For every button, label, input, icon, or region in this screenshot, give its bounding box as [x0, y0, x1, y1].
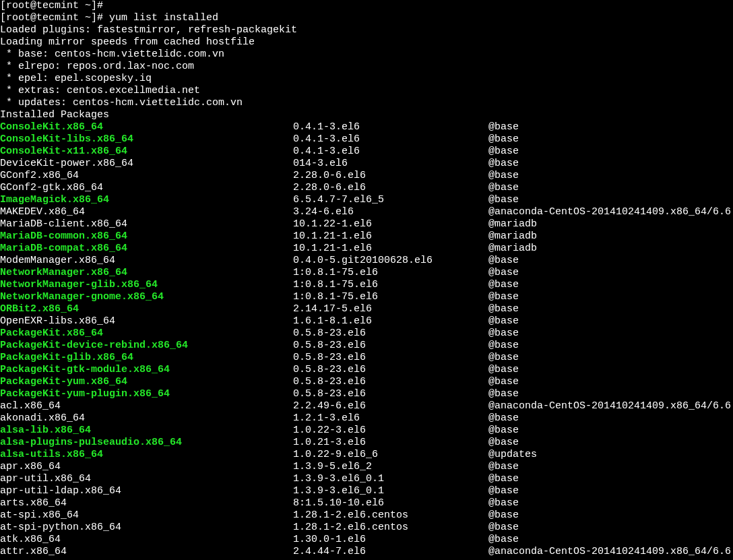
prompt-command: [root@tecmint ~]# yum list installed — [0, 12, 733, 24]
package-name: NetworkManager-glib.x86_64 — [0, 279, 293, 291]
package-version: 8:1.5.10-10.el6 — [293, 497, 488, 509]
package-version: 1.0.21-3.el6 — [293, 437, 488, 449]
package-name: ImageMagick.x86_64 — [0, 194, 293, 206]
package-name: NetworkManager.x86_64 — [0, 267, 293, 279]
package-name: ConsoleKit.x86_64 — [0, 121, 293, 133]
package-version: 1.28.1-2.el6.centos — [293, 522, 488, 534]
package-row: acl.x86_642.2.49-6.el6@anaconda-CentOS-2… — [0, 400, 733, 412]
package-row: MAKEDEV.x86_643.24-6.el6@anaconda-CentOS… — [0, 206, 733, 218]
package-row: alsa-lib.x86_641.0.22-3.el6@base — [0, 425, 733, 437]
package-row: ORBit2.x86_642.14.17-5.el6@base — [0, 303, 733, 315]
package-repo: @base — [488, 315, 519, 328]
package-name: OpenEXR-libs.x86_64 — [0, 315, 293, 328]
package-version: 1.0.22-9.el6_6 — [293, 449, 488, 461]
package-name: GConf2-gtk.x86_64 — [0, 182, 293, 194]
package-row: alsa-plugins-pulseaudio.x86_641.0.21-3.e… — [0, 437, 733, 449]
package-row: ConsoleKit-x11.x86_640.4.1-3.el6@base — [0, 146, 733, 158]
package-row: MariaDB-compat.x86_6410.1.21-1.el6@maria… — [0, 243, 733, 255]
package-repo: @base — [488, 267, 519, 279]
package-repo: @base — [488, 303, 519, 315]
package-version: 2.2.49-6.el6 — [293, 400, 488, 412]
package-name: MariaDB-common.x86_64 — [0, 230, 293, 243]
package-name: PackageKit-device-rebind.x86_64 — [0, 340, 293, 352]
output-line: * epel: epel.scopesky.iq — [0, 73, 733, 85]
package-name: acl.x86_64 — [0, 400, 293, 412]
package-version: 0.5.8-23.el6 — [293, 376, 488, 388]
package-repo: @base — [488, 437, 519, 449]
package-name: PackageKit.x86_64 — [0, 328, 293, 340]
package-name: attr.x86_64 — [0, 546, 293, 558]
output-line: * updates: centos-hcm.viettelidc.com.vn — [0, 97, 733, 109]
package-name: at-spi.x86_64 — [0, 509, 293, 522]
package-repo: @mariadb — [488, 218, 537, 230]
package-version: 10.1.22-1.el6 — [293, 218, 488, 230]
package-repo: @base — [488, 121, 519, 133]
output-line: Loading mirror speeds from cached hostfi… — [0, 36, 733, 49]
package-version: 2.28.0-6.el6 — [293, 170, 488, 182]
package-version: 1.3.9-3.el6_0.1 — [293, 485, 488, 497]
package-name: MariaDB-compat.x86_64 — [0, 243, 293, 255]
package-name: PackageKit-yum-plugin.x86_64 — [0, 388, 293, 400]
package-repo: @base — [488, 170, 519, 182]
output-line: * base: centos-hcm.viettelidc.com.vn — [0, 49, 733, 61]
package-name: GConf2.x86_64 — [0, 170, 293, 182]
package-row: ConsoleKit.x86_640.4.1-3.el6@base — [0, 121, 733, 133]
package-row: akonadi.x86_641.2.1-3.el6@base — [0, 412, 733, 425]
package-row: PackageKit.x86_640.5.8-23.el6@base — [0, 328, 733, 340]
package-name: ConsoleKit-libs.x86_64 — [0, 133, 293, 146]
package-repo: @base — [488, 509, 519, 522]
package-name: ORBit2.x86_64 — [0, 303, 293, 315]
package-version: 0.4.1-3.el6 — [293, 133, 488, 146]
package-repo: @base — [488, 340, 519, 352]
package-row: NetworkManager-gnome.x86_641:0.8.1-75.el… — [0, 291, 733, 303]
package-name: arts.x86_64 — [0, 497, 293, 509]
package-repo: @base — [488, 425, 519, 437]
package-row: alsa-utils.x86_641.0.22-9.el6_6@updates — [0, 449, 733, 461]
output-line: * elrepo: repos.ord.lax-noc.com — [0, 61, 733, 73]
package-row: at-spi.x86_641.28.1-2.el6.centos@base — [0, 509, 733, 522]
package-repo: @base — [488, 461, 519, 473]
output-line: * extras: centos.excellmedia.net — [0, 85, 733, 97]
package-version: 1.28.1-2.el6.centos — [293, 509, 488, 522]
package-row: MariaDB-common.x86_6410.1.21-1.el6@maria… — [0, 230, 733, 243]
package-version: 0.4.1-3.el6 — [293, 146, 488, 158]
package-repo: @base — [488, 376, 519, 388]
package-repo: @base — [488, 522, 519, 534]
package-row: DeviceKit-power.x86_64014-3.el6@base — [0, 158, 733, 170]
package-repo: @base — [488, 534, 519, 546]
package-version: 0.5.8-23.el6 — [293, 340, 488, 352]
package-name: alsa-lib.x86_64 — [0, 425, 293, 437]
package-row: apr-util.x86_641.3.9-3.el6_0.1@base — [0, 473, 733, 485]
package-row: PackageKit-gtk-module.x86_640.5.8-23.el6… — [0, 364, 733, 376]
package-row: PackageKit-yum-plugin.x86_640.5.8-23.el6… — [0, 388, 733, 400]
output-line: Loaded plugins: fastestmirror, refresh-p… — [0, 24, 733, 36]
package-row: apr-util-ldap.x86_641.3.9-3.el6_0.1@base — [0, 485, 733, 497]
package-version: 1.30.0-1.el6 — [293, 534, 488, 546]
package-name: apr-util-ldap.x86_64 — [0, 485, 293, 497]
package-name: ConsoleKit-x11.x86_64 — [0, 146, 293, 158]
package-row: ImageMagick.x86_646.5.4.7-7.el6_5@base — [0, 194, 733, 206]
package-version: 1:0.8.1-75.el6 — [293, 291, 488, 303]
output-line: Installed Packages — [0, 109, 733, 121]
package-version: 3.24-6.el6 — [293, 206, 488, 218]
package-repo: @base — [488, 291, 519, 303]
output-header: Loaded plugins: fastestmirror, refresh-p… — [0, 24, 733, 121]
package-name: PackageKit-gtk-module.x86_64 — [0, 364, 293, 376]
package-version: 014-3.el6 — [293, 158, 488, 170]
package-repo: @base — [488, 146, 519, 158]
package-version: 2.28.0-6.el6 — [293, 182, 488, 194]
package-name: alsa-plugins-pulseaudio.x86_64 — [0, 437, 293, 449]
package-version: 10.1.21-1.el6 — [293, 243, 488, 255]
package-row: PackageKit-device-rebind.x86_640.5.8-23.… — [0, 340, 733, 352]
package-repo: @base — [488, 497, 519, 509]
package-name: atk.x86_64 — [0, 534, 293, 546]
package-repo: @mariadb — [488, 230, 537, 243]
package-repo: @anaconda-CentOS-201410241409.x86_64/6.6 — [488, 400, 731, 412]
package-version: 2.4.44-7.el6 — [293, 546, 488, 558]
package-repo: @updates — [488, 449, 537, 461]
package-repo: @base — [488, 388, 519, 400]
package-row: arts.x86_648:1.5.10-10.el6@base — [0, 497, 733, 509]
package-row: at-spi-python.x86_641.28.1-2.el6.centos@… — [0, 522, 733, 534]
package-row: GConf2.x86_642.28.0-6.el6@base — [0, 170, 733, 182]
package-row: MariaDB-client.x86_6410.1.22-1.el6@maria… — [0, 218, 733, 230]
